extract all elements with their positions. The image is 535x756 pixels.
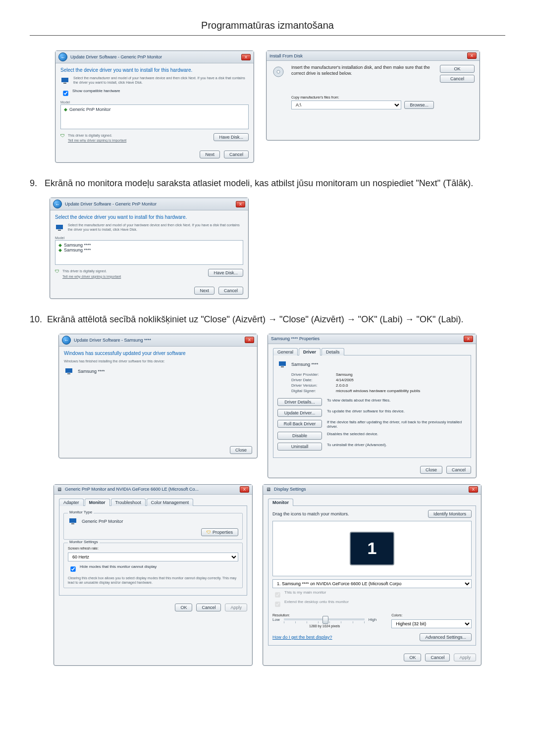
window-icon: 🖥 (266, 487, 271, 492)
close-button[interactable]: Close (230, 446, 252, 454)
tab-adapter[interactable]: Adapter (59, 499, 84, 506)
step-number: 10. (30, 314, 42, 324)
list-item[interactable]: ◆Samsung **** (58, 243, 240, 248)
step-9: 9. Ekrānā no monitora modeļu saraksta at… (30, 177, 505, 190)
tab-monitor[interactable]: Monitor (268, 499, 293, 506)
disable-button[interactable]: Disable (277, 432, 322, 440)
close-icon[interactable]: X (241, 54, 251, 60)
breadcrumb: Update Driver Software - Generic PnP Mon… (65, 202, 157, 206)
monitor-arrangement[interactable]: 1 (272, 521, 472, 576)
best-display-link[interactable]: How do I get the best display? (272, 635, 332, 640)
signing-info-link[interactable]: Tell me why driver signing is important (68, 139, 126, 142)
refresh-rate-select[interactable]: 60 Hertz (68, 553, 238, 561)
ok-button[interactable]: OK (440, 65, 475, 73)
shield-icon: 🛡 (55, 269, 59, 274)
slider-high-label: High (369, 617, 376, 622)
uninstall-button[interactable]: Uninstall (277, 443, 322, 451)
next-button[interactable]: Next (194, 287, 214, 295)
main-monitor-label: This is my main monitor (284, 590, 326, 595)
main-monitor-checkbox: This is my main monitor (272, 590, 472, 600)
signing-info-link[interactable]: Tell me why driver signing is important (62, 275, 121, 278)
close-icon[interactable]: X (236, 201, 245, 207)
device-name: Samsung **** (78, 369, 105, 374)
cancel-button[interactable]: Cancel (446, 466, 471, 474)
copy-from-label: Copy manufacturer's files from: (291, 95, 434, 100)
cancel-button[interactable]: Cancel (224, 151, 249, 158)
svg-rect-6 (65, 368, 72, 373)
cancel-button[interactable]: Cancel (440, 75, 475, 83)
cert-icon: ◆ (58, 248, 62, 252)
refresh-label: Screen refresh rate: (68, 546, 238, 551)
have-disk-button[interactable]: Have Disk... (208, 269, 243, 277)
shield-icon: 🛡 (207, 530, 211, 535)
resolution-slider[interactable] (284, 618, 365, 620)
desc: If the device fails after updating the d… (327, 420, 467, 429)
signed-label: This driver is digitally signed. (62, 269, 205, 273)
step-body: Ekrānā attēlotā secībā noklikšķiniet uz … (47, 314, 463, 324)
kv-value: microsoft windows hardware compatibility… (336, 389, 420, 393)
ok-button[interactable]: OK (404, 654, 421, 661)
desc: To update the driver software for this d… (327, 409, 467, 413)
rollback-driver-button[interactable]: Roll Back Driver (277, 420, 322, 428)
device-icon (55, 223, 64, 233)
close-icon[interactable]: X (464, 336, 473, 342)
colors-label: Colors: (391, 613, 472, 617)
show-compatible-checkbox[interactable]: Show compatible hardware (60, 89, 249, 98)
list-item[interactable]: ◆Samsung **** (58, 248, 240, 252)
back-icon[interactable]: ← (58, 52, 67, 61)
list-item[interactable]: ◆Generic PnP Monitor (64, 107, 245, 112)
back-icon[interactable]: ← (62, 336, 71, 345)
dlg-monitor-adapter: 🖥 Generic PnP Monitor and NVIDIA GeForce… (54, 484, 253, 666)
tab-general[interactable]: General (273, 348, 298, 355)
cancel-button[interactable]: Cancel (425, 654, 450, 661)
browse-button[interactable]: Browse... (404, 101, 434, 109)
monitor-1-icon[interactable]: 1 (350, 532, 394, 565)
dialog-heading: Select the device driver you want to ins… (60, 67, 249, 73)
close-icon[interactable]: X (240, 486, 249, 493)
dlg-install-from-disk: Install From Disk X Insert the manufactu… (266, 50, 480, 141)
identify-monitors-button[interactable]: Identify Monitors (428, 510, 472, 518)
hide-modes-checkbox[interactable]: Hide modes that this monitor cannot disp… (68, 564, 238, 574)
group-title: Monitor Settings (68, 540, 100, 544)
dialog-heading: Windows has successfully updated your dr… (64, 351, 252, 356)
colors-select[interactable]: Highest (32 bit) (391, 619, 472, 628)
close-icon[interactable]: X (469, 486, 478, 493)
cancel-button[interactable]: Cancel (218, 287, 243, 295)
drive-select[interactable]: A:\ (291, 101, 401, 109)
kv-label: Driver Date: (291, 378, 336, 382)
tab-driver[interactable]: Driver (299, 348, 321, 355)
device-icon (60, 76, 69, 86)
tab-details[interactable]: Details (321, 348, 344, 355)
drag-label: Drag the icons to match your monitors. (272, 511, 349, 516)
model-list[interactable]: ◆Samsung **** ◆Samsung **** (55, 240, 243, 265)
properties-button[interactable]: 🛡 Properties (201, 528, 238, 536)
close-button[interactable]: Close (420, 466, 442, 474)
model-list[interactable]: ◆Generic PnP Monitor (60, 104, 249, 129)
cancel-button[interactable]: Cancel (196, 604, 221, 611)
ok-button[interactable]: OK (175, 604, 192, 611)
tab-monitor[interactable]: Monitor (85, 499, 110, 506)
advanced-settings-button[interactable]: Advanced Settings... (420, 633, 472, 641)
dialog-title: Samsung **** Properties (271, 336, 320, 341)
apply-button[interactable]: Apply (225, 604, 247, 611)
tab-troubleshoot[interactable]: Troubleshoot (111, 499, 146, 506)
disk-icon (271, 65, 285, 79)
back-icon[interactable]: ← (53, 200, 62, 208)
shield-icon: 🛡 (60, 133, 65, 138)
have-disk-button[interactable]: Have Disk... (214, 133, 249, 141)
tab-color-management[interactable]: Color Management (147, 499, 194, 506)
driver-details-button[interactable]: Driver Details... (277, 398, 322, 406)
kv-value: 4/14/2005 (336, 378, 354, 382)
update-driver-button[interactable]: Update Driver... (277, 409, 322, 417)
apply-button[interactable]: Apply (454, 654, 476, 661)
svg-point-3 (277, 70, 280, 73)
resolution-value: 1280 by 1024 pixels (272, 624, 376, 628)
install-note: Insert the manufacturer's installation d… (291, 65, 434, 76)
dlg-update-driver-1: ← Update Driver Software - Generic PnP M… (55, 50, 254, 163)
close-icon[interactable]: X (245, 337, 254, 343)
cert-icon: ◆ (64, 107, 67, 112)
close-icon[interactable]: X (467, 52, 477, 59)
cert-icon: ◆ (58, 243, 62, 248)
next-button[interactable]: Next (200, 151, 220, 158)
display-device-select[interactable]: 1. Samsung **** on NVIDIA GeForce 6600 L… (272, 579, 472, 588)
